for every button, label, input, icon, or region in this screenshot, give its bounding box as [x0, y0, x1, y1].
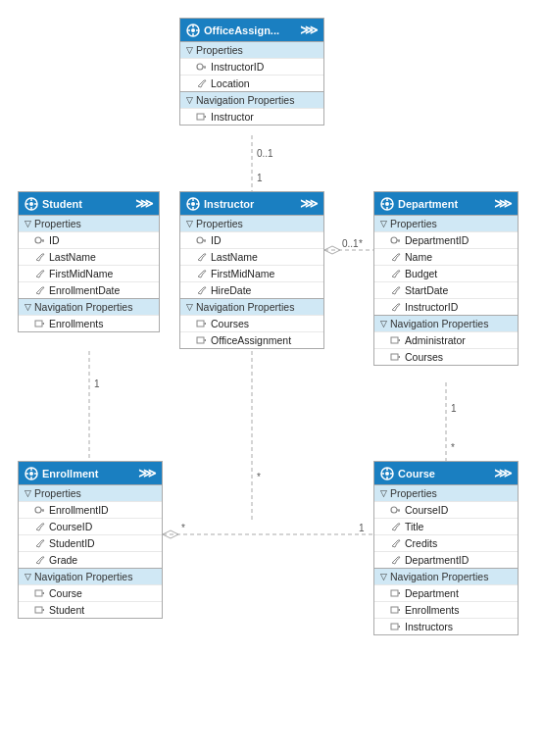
- svg-text:1: 1: [359, 523, 365, 533]
- wrench-icon: [390, 555, 401, 565]
- nav-property-row: Enrollments: [19, 315, 159, 331]
- nav-property-row: Instructor: [180, 108, 323, 125]
- entity-instructor-header[interactable]: Instructor ⋙: [180, 192, 323, 215]
- wrench-icon: [34, 538, 45, 548]
- entity-instructor-name: Instructor: [204, 198, 254, 210]
- entity-icon: [380, 197, 394, 211]
- property-row: CourseID: [374, 501, 518, 518]
- svg-line-115: [399, 627, 400, 628]
- entity-enrollment: Enrollment ⋙ ▽ Properties EnrollmentID C…: [18, 461, 163, 619]
- nav-property-row: Administrator: [374, 331, 518, 348]
- svg-rect-91: [35, 607, 42, 613]
- expand-icon[interactable]: ⋙: [300, 23, 318, 37]
- nav-properties-section-header[interactable]: ▽ Navigation Properties: [19, 568, 162, 584]
- nav-properties-section-header[interactable]: ▽ Navigation Properties: [180, 298, 323, 315]
- svg-point-19: [191, 28, 195, 32]
- nav-icon: [390, 605, 401, 615]
- svg-rect-57: [197, 337, 204, 343]
- entity-enrollment-header[interactable]: Enrollment ⋙: [19, 462, 162, 484]
- wrench-icon: [34, 555, 45, 565]
- property-row: Budget: [374, 265, 518, 281]
- entity-department: Department ⋙ ▽ Properties DepartmentID N…: [373, 191, 519, 366]
- nav-property-row: Department: [374, 584, 518, 601]
- nav-properties-section-header[interactable]: ▽ Navigation Properties: [180, 91, 323, 108]
- wrench-icon: [390, 285, 401, 295]
- expand-icon[interactable]: ⋙: [494, 466, 512, 480]
- key-icon: [34, 235, 45, 245]
- properties-section-header[interactable]: ▽ Properties: [180, 41, 323, 58]
- svg-text:0..1: 0..1: [342, 238, 359, 249]
- svg-line-107: [399, 593, 400, 594]
- nav-properties-section-header[interactable]: ▽ Navigation Properties: [19, 298, 159, 315]
- entity-icon: [186, 197, 200, 211]
- properties-section-header[interactable]: ▽ Properties: [19, 215, 159, 231]
- entity-course: Course ⋙ ▽ Properties CourseID Title: [373, 461, 519, 635]
- properties-section-header[interactable]: ▽ Properties: [374, 215, 518, 231]
- svg-text:1: 1: [451, 403, 457, 414]
- entity-student-name: Student: [42, 198, 82, 210]
- property-row: DepartmentID: [374, 551, 518, 568]
- property-row: FirstMidName: [19, 265, 159, 281]
- nav-icon: [196, 335, 207, 345]
- nav-property-row: Student: [19, 601, 162, 618]
- property-row: HireDate: [180, 281, 323, 298]
- entity-officeassignment: OfficeAssign... ⋙ ▽ Properties Instructo…: [179, 18, 324, 126]
- wrench-icon: [196, 252, 207, 262]
- wrench-icon: [196, 78, 207, 88]
- svg-point-37: [35, 237, 41, 243]
- svg-rect-87: [35, 590, 42, 596]
- entity-course-name: Course: [398, 468, 435, 479]
- nav-icon: [34, 605, 45, 615]
- property-row: InstructorID: [180, 58, 323, 75]
- diagram-canvas: 0..1 1 0..1 * 1 * 1 * * 1: [0, 0, 544, 756]
- entity-enrollment-name: Enrollment: [42, 468, 98, 479]
- svg-line-94: [43, 610, 44, 611]
- properties-section-header[interactable]: ▽ Properties: [374, 484, 518, 501]
- key-icon: [196, 62, 207, 72]
- properties-section-header[interactable]: ▽ Properties: [19, 484, 162, 501]
- entity-icon: [186, 24, 200, 37]
- property-row: ID: [19, 231, 159, 248]
- nav-icon: [196, 319, 207, 328]
- entity-student-header[interactable]: Student ⋙: [19, 192, 159, 215]
- svg-text:1: 1: [94, 378, 100, 389]
- nav-properties-section-header[interactable]: ▽ Navigation Properties: [374, 315, 518, 331]
- nav-property-row: Instructors: [374, 618, 518, 634]
- key-icon: [390, 505, 401, 515]
- expand-icon[interactable]: ⋙: [494, 196, 512, 211]
- nav-icon: [196, 112, 207, 122]
- entity-instructor: Instructor ⋙ ▽ Properties ID LastName: [179, 191, 324, 349]
- property-row: Grade: [19, 551, 162, 568]
- expand-icon[interactable]: ⋙: [138, 466, 156, 480]
- nav-property-row: Enrollments: [374, 601, 518, 618]
- property-row: Title: [374, 518, 518, 534]
- entity-student: Student ⋙ ▽ Properties ID LastName: [18, 191, 160, 332]
- expand-icon[interactable]: ⋙: [135, 196, 153, 211]
- svg-line-111: [399, 610, 400, 611]
- svg-marker-15: [163, 530, 178, 538]
- entity-course-header[interactable]: Course ⋙: [374, 462, 518, 484]
- svg-text:*: *: [359, 238, 363, 249]
- entity-department-header[interactable]: Department ⋙: [374, 192, 518, 215]
- svg-rect-74: [391, 354, 398, 360]
- entity-department-name: Department: [398, 198, 458, 210]
- wrench-icon: [390, 252, 401, 262]
- svg-line-77: [399, 357, 400, 358]
- svg-point-24: [197, 64, 203, 70]
- svg-rect-112: [391, 624, 398, 630]
- svg-line-73: [399, 340, 400, 341]
- property-row: StudentID: [19, 534, 162, 551]
- property-row: Location: [180, 75, 323, 91]
- nav-properties-section-header[interactable]: ▽ Navigation Properties: [374, 568, 518, 584]
- nav-icon: [390, 588, 401, 598]
- entity-officeassignment-header[interactable]: OfficeAssign... ⋙: [180, 19, 323, 41]
- expand-icon[interactable]: ⋙: [300, 196, 318, 211]
- svg-point-67: [391, 237, 397, 243]
- wrench-icon: [196, 269, 207, 278]
- svg-point-50: [197, 237, 203, 243]
- properties-section-header[interactable]: ▽ Properties: [180, 215, 323, 231]
- nav-icon: [390, 622, 401, 631]
- entity-icon: [25, 467, 38, 480]
- entity-icon: [380, 467, 394, 480]
- svg-rect-70: [391, 337, 398, 343]
